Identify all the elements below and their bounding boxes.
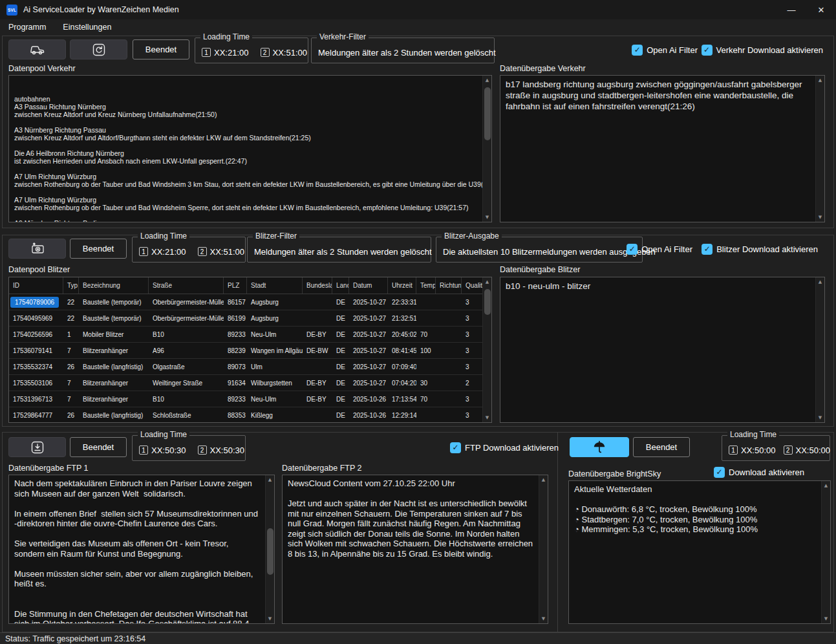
table-cell[interactable]: 17535532374 xyxy=(9,363,63,370)
verkehr-download-aktivieren-checkbox[interactable]: ✓ Verkehr Download aktivieren xyxy=(702,45,823,56)
scrollbar[interactable]: ▲ ▼ xyxy=(539,475,548,623)
table-cell[interactable]: Wilburgstetten xyxy=(247,380,303,387)
table-cell[interactable]: DE xyxy=(332,396,349,403)
table-cell[interactable]: 70 xyxy=(416,396,436,403)
scroll-up-icon[interactable]: ▲ xyxy=(816,277,824,286)
scrollbar[interactable]: ▲ ▼ xyxy=(482,277,491,422)
table-cell[interactable]: 07:04:20 xyxy=(388,380,416,387)
table-cell[interactable]: 22:33:31 xyxy=(388,299,416,306)
scrollbar[interactable]: ▲ ▼ xyxy=(821,481,830,623)
blitzer-table[interactable]: IDTypBezeichnungStraßePLZStadtBundesland… xyxy=(8,277,492,423)
scrollbar[interactable]: ▲ ▼ xyxy=(482,76,491,222)
traffic-download-button[interactable] xyxy=(8,39,66,59)
table-row[interactable]: 175360791417BlitzeranhängerA9688239Wange… xyxy=(9,343,482,359)
scroll-down-icon[interactable]: ▼ xyxy=(483,213,491,222)
table-cell[interactable]: 2025-10-26 xyxy=(349,412,388,419)
table-cell[interactable]: 7 xyxy=(63,380,79,387)
table-cell[interactable]: 12:29:14 xyxy=(388,412,416,419)
table-cell[interactable]: Neu-Ulm xyxy=(247,396,303,403)
table-cell[interactable]: Baustelle (langfristig) xyxy=(79,412,149,419)
table-cell[interactable]: 17540256596 xyxy=(9,331,63,338)
table-cell[interactable]: 17535503106 xyxy=(9,380,63,387)
column-header[interactable]: Bezeichnung xyxy=(79,277,149,294)
scroll-thumb[interactable] xyxy=(267,528,273,575)
table-cell[interactable]: 89233 xyxy=(224,396,247,403)
table-cell[interactable]: DE xyxy=(332,299,349,306)
scroll-up-icon[interactable]: ▲ xyxy=(483,277,491,286)
table-cell[interactable]: 17529864777 xyxy=(9,412,63,419)
blitzer-beendet-button[interactable]: Beendet xyxy=(70,239,127,259)
table-cell[interactable]: 22 xyxy=(63,299,79,306)
blitzer-download-button[interactable] xyxy=(8,239,66,259)
scroll-up-icon[interactable]: ▲ xyxy=(483,76,491,85)
traffic-refresh-button[interactable] xyxy=(70,39,127,59)
table-cell[interactable]: 2 xyxy=(462,380,482,387)
table-cell[interactable]: Weiltinger Straße xyxy=(149,380,224,387)
table-cell[interactable]: Augsburg xyxy=(247,315,303,322)
ftp-download-aktivieren-checkbox[interactable]: ✓ FTP Download aktivieren xyxy=(450,442,559,453)
table-cell[interactable]: 26 xyxy=(63,412,79,419)
table-cell[interactable]: 3 xyxy=(462,347,482,354)
table-cell[interactable]: DE-BW xyxy=(303,347,332,354)
table-cell[interactable]: 30 xyxy=(416,380,436,387)
column-header[interactable]: Land xyxy=(332,277,349,294)
column-header[interactable]: Datum xyxy=(349,277,388,294)
table-cell[interactable]: 3 xyxy=(462,396,482,403)
scroll-up-icon[interactable]: ▲ xyxy=(822,481,830,490)
table-cell[interactable]: 22 xyxy=(63,315,79,322)
table-cell[interactable]: DE xyxy=(332,380,349,387)
datenuebergabe-brightsky-textarea[interactable]: Aktuelle Wetterdaten ◔ Donauwörth: 6,8 °… xyxy=(568,480,831,624)
scroll-down-icon[interactable]: ▼ xyxy=(822,614,830,623)
table-cell[interactable]: 3 xyxy=(462,412,482,419)
table-row[interactable]: 175355031067BlitzeranhängerWeiltinger St… xyxy=(9,375,482,391)
table-cell[interactable]: 08:41:45 xyxy=(388,347,416,354)
verkehr-beendet-button[interactable]: Beendet xyxy=(133,39,189,59)
scrollbar[interactable]: ▲ ▼ xyxy=(815,76,824,222)
scroll-thumb[interactable] xyxy=(484,289,491,315)
table-cell[interactable]: 2025-10-26 xyxy=(349,396,388,403)
brightsky-download-button[interactable] xyxy=(570,437,629,457)
table-cell[interactable]: DE-BY xyxy=(303,396,332,403)
table-cell[interactable]: Augsburg xyxy=(247,299,303,306)
table-cell[interactable]: 91634 xyxy=(224,380,247,387)
table-row[interactable]: 1754049596922Baustelle (temporär)Oberbür… xyxy=(9,310,482,327)
column-header[interactable]: Straße xyxy=(149,277,224,294)
scroll-down-icon[interactable]: ▼ xyxy=(266,614,274,623)
datenuebergabe-ftp2-textarea[interactable]: NewsCloud Content vom 27.10.25 22:00 Uhr… xyxy=(282,475,548,624)
table-row[interactable]: 175402565961Mobiler BlitzerB1089233Neu-U… xyxy=(9,327,482,343)
table-cell[interactable]: 2025-10-27 xyxy=(349,380,388,387)
table-cell[interactable]: 2025-10-27 xyxy=(349,347,388,354)
column-header[interactable]: ID xyxy=(9,277,63,294)
table-cell[interactable]: 07:09:40 xyxy=(388,363,416,370)
table-row[interactable]: 1754078900622Baustelle (temporär)Oberbür… xyxy=(9,294,482,310)
table-cell[interactable]: A96 xyxy=(149,347,224,354)
column-header[interactable]: Richtung xyxy=(436,277,462,294)
table-cell[interactable]: 3 xyxy=(462,331,482,338)
table-cell[interactable]: B10 xyxy=(149,396,224,403)
table-cell[interactable]: Ulm xyxy=(247,363,303,370)
scroll-up-icon[interactable]: ▲ xyxy=(816,76,824,85)
table-cell[interactable]: Mobiler Blitzer xyxy=(79,331,149,338)
table-cell[interactable]: DE-BY xyxy=(303,380,332,387)
table-cell[interactable]: DE xyxy=(332,347,349,354)
datenuebergabe-verkehr-textarea[interactable]: b17 landsberg richtung augsburg zwischen… xyxy=(500,75,825,222)
datenuebergabe-blitzer-textarea[interactable]: b10 - neu-ulm - blitzer ▲ ▼ xyxy=(500,277,825,423)
table-cell[interactable]: 88239 xyxy=(224,347,247,354)
table-cell[interactable]: Wangen im Allgäu xyxy=(247,347,303,354)
menu-einstellungen[interactable]: Einstellungen xyxy=(63,23,111,32)
table-cell[interactable]: Schloßstraße xyxy=(149,412,224,419)
column-header[interactable]: Uhrzeit xyxy=(388,277,416,294)
table-cell[interactable]: DE xyxy=(332,331,349,338)
table-cell[interactable]: 3 xyxy=(462,299,482,306)
column-header[interactable]: Tempo xyxy=(416,277,436,294)
datenuebergabe-ftp1-textarea[interactable]: Nach dem spektakulären Einbruch in den P… xyxy=(8,475,275,624)
scroll-down-icon[interactable]: ▼ xyxy=(816,213,824,222)
scroll-up-icon[interactable]: ▲ xyxy=(539,475,548,484)
table-cell[interactable]: DE xyxy=(332,363,349,370)
table-cell[interactable]: 2025-10-27 xyxy=(349,299,388,306)
column-header[interactable]: Stadt xyxy=(247,277,303,294)
blitzer-download-aktivieren-checkbox[interactable]: ✓ Blitzer Download aktivieren xyxy=(702,244,818,255)
minimize-button[interactable]: — xyxy=(777,0,806,19)
table-cell[interactable]: 3 xyxy=(462,315,482,322)
datenpool-verkehr-textarea[interactable]: autobahnen A3 Passau Richtung Nürnberg z… xyxy=(8,75,492,222)
